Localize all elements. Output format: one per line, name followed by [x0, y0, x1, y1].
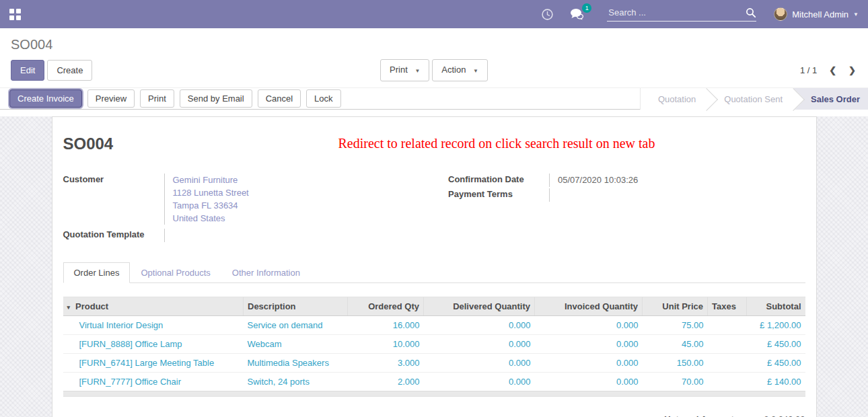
lock-button[interactable]: Lock	[306, 89, 340, 108]
chevron-down-icon: ▼	[414, 68, 420, 74]
cell-subtotal[interactable]: £ 450.00	[747, 335, 805, 354]
send-by-email-button[interactable]: Send by Email	[180, 89, 252, 108]
cancel-button[interactable]: Cancel	[258, 89, 301, 108]
action-label: Action	[441, 65, 466, 75]
cell-subtotal[interactable]: £ 140.00	[747, 373, 805, 391]
cell-product[interactable]: [FURN_7777] Office Chair	[63, 373, 244, 391]
customer-name[interactable]: Gemini Furniture	[173, 174, 421, 186]
cell-taxes[interactable]	[708, 354, 747, 373]
cell-ordered-qty[interactable]: 10.000	[348, 335, 424, 354]
cell-taxes[interactable]	[708, 335, 747, 354]
confirmation-date-value: 05/07/2020 10:03:26	[549, 174, 805, 187]
cell-description[interactable]: Switch, 24 ports	[244, 373, 348, 391]
order-totals: Untaxed Amount: £ 2,240.00	[63, 414, 805, 417]
cell-delivered-qty[interactable]: 0.000	[424, 335, 535, 354]
create-button[interactable]: Create	[47, 60, 92, 81]
apps-grid-square	[9, 15, 14, 20]
cell-invoiced-qty[interactable]: 0.000	[535, 316, 643, 335]
cell-unit-price[interactable]: 75.00	[643, 316, 708, 335]
clock-icon	[542, 9, 553, 20]
status-step-label: Sales Order	[811, 94, 860, 104]
preview-button[interactable]: Preview	[87, 89, 135, 108]
confirmation-date-label: Confirmation Date	[448, 174, 549, 187]
edit-button[interactable]: Edit	[11, 60, 44, 81]
column-header-subtotal[interactable]: Subtotal	[747, 297, 805, 316]
quotation-template-value	[164, 229, 421, 242]
search-icon[interactable]	[746, 7, 756, 18]
status-step-quotation[interactable]: Quotation	[640, 88, 707, 110]
global-search	[607, 7, 756, 22]
tab-other-information[interactable]: Other Information	[221, 262, 311, 283]
field-quotation-template: Quotation Template	[63, 229, 421, 242]
activities-clock-icon[interactable]	[542, 9, 553, 20]
cell-product[interactable]: Virtual Interior Design	[63, 316, 244, 335]
form-view-background: SO004 Redirect to related record on clic…	[0, 116, 868, 417]
print-dropdown-button[interactable]: Print ▼	[380, 59, 429, 81]
tab-order-lines[interactable]: Order Lines	[63, 262, 131, 283]
cell-description[interactable]: Multimedia Speakers	[244, 354, 348, 373]
create-invoice-button[interactable]: Create Invoice	[9, 89, 82, 108]
sort-caret-icon[interactable]: ▾	[67, 304, 71, 311]
pager: 1 / 1 ❮ ❯	[800, 65, 856, 75]
cell-product[interactable]: [FURN_8888] Office Lamp	[63, 335, 244, 354]
annotation-note: Redirect to related record on click sear…	[338, 136, 655, 151]
customer-label: Customer	[63, 174, 164, 225]
print-button[interactable]: Print	[140, 89, 174, 108]
customer-value[interactable]: Gemini Furniture 1128 Lunetta Street Tam…	[164, 174, 421, 225]
search-input[interactable]	[607, 7, 746, 18]
quotation-template-label: Quotation Template	[63, 229, 164, 242]
print-label: Print	[390, 65, 408, 75]
apps-menu-icon[interactable]	[9, 9, 21, 20]
untaxed-amount-label: Untaxed Amount:	[664, 414, 737, 417]
cell-unit-price[interactable]: 45.00	[643, 335, 708, 354]
cell-invoiced-qty[interactable]: 0.000	[535, 373, 643, 391]
cell-delivered-qty[interactable]: 0.000	[424, 373, 535, 391]
cell-taxes[interactable]	[708, 373, 747, 391]
cell-unit-price[interactable]: 70.00	[643, 373, 708, 391]
cell-subtotal[interactable]: £ 1,200.00	[747, 316, 805, 335]
pager-next-icon[interactable]: ❯	[848, 65, 856, 75]
pager-value: 1 / 1	[800, 65, 817, 75]
column-header-taxes[interactable]: Taxes	[708, 297, 747, 316]
action-dropdown-button[interactable]: Action ▼	[432, 59, 488, 81]
cell-ordered-qty[interactable]: 3.000	[348, 354, 424, 373]
user-avatar	[774, 7, 787, 21]
field-confirmation-date: Confirmation Date 05/07/2020 10:03:26	[448, 174, 805, 187]
column-header-product[interactable]: ▾Product	[63, 297, 244, 316]
order-lines-table: ▾Product Description Ordered Qty Deliver…	[63, 297, 805, 391]
notebook-tabs: Order Lines Optional Products Other Info…	[63, 262, 805, 283]
cell-description[interactable]: Service on demand	[244, 316, 348, 335]
cell-ordered-qty[interactable]: 2.000	[348, 373, 424, 391]
order-line-row: [FURN_6741] Large Meeting Table Multimed…	[63, 354, 805, 373]
messages-icon[interactable]: 1	[569, 8, 584, 20]
cell-ordered-qty[interactable]: 16.000	[348, 316, 424, 335]
status-pipeline: Quotation Quotation Sent Sales Order	[640, 88, 868, 110]
header-label: Product	[75, 301, 108, 311]
cell-description[interactable]: Webcam	[244, 335, 348, 354]
column-header-ordered-qty[interactable]: Ordered Qty	[348, 297, 424, 316]
column-header-delivered-quantity[interactable]: Delivered Quantity	[424, 297, 535, 316]
table-footer-strip	[63, 391, 805, 397]
cell-unit-price[interactable]: 150.00	[643, 354, 708, 373]
chevron-down-icon: ▼	[473, 68, 478, 74]
cell-subtotal[interactable]: £ 450.00	[747, 354, 805, 373]
statusbar: Create Invoice Preview Print Send by Ema…	[0, 87, 868, 110]
column-header-description[interactable]: Description	[244, 297, 348, 316]
column-header-invoiced-quantity[interactable]: Invoiced Quantity	[535, 297, 643, 316]
cell-invoiced-qty[interactable]: 0.000	[535, 354, 643, 373]
cell-taxes[interactable]	[708, 316, 747, 335]
cell-invoiced-qty[interactable]: 0.000	[535, 335, 643, 354]
user-name: Mitchell Admin	[792, 9, 848, 20]
column-header-unit-price[interactable]: Unit Price	[643, 297, 708, 316]
control-panel: SO004 Edit Create Print ▼ Action ▼ 1 / 1…	[0, 28, 868, 87]
order-line-row: [FURN_7777] Office Chair Switch, 24 port…	[63, 373, 805, 391]
customer-city: Tampa FL 33634	[173, 199, 421, 212]
pager-previous-icon[interactable]: ❮	[829, 65, 836, 75]
user-menu[interactable]: Mitchell Admin ▼	[774, 7, 859, 21]
cell-product[interactable]: [FURN_6741] Large Meeting Table	[63, 354, 244, 373]
cell-delivered-qty[interactable]: 0.000	[424, 316, 535, 335]
payment-terms-label: Payment Terms	[448, 188, 549, 202]
tab-optional-products[interactable]: Optional Products	[130, 262, 221, 283]
cell-delivered-qty[interactable]: 0.000	[424, 354, 535, 373]
status-step-quotation-sent[interactable]: Quotation Sent	[707, 88, 793, 110]
